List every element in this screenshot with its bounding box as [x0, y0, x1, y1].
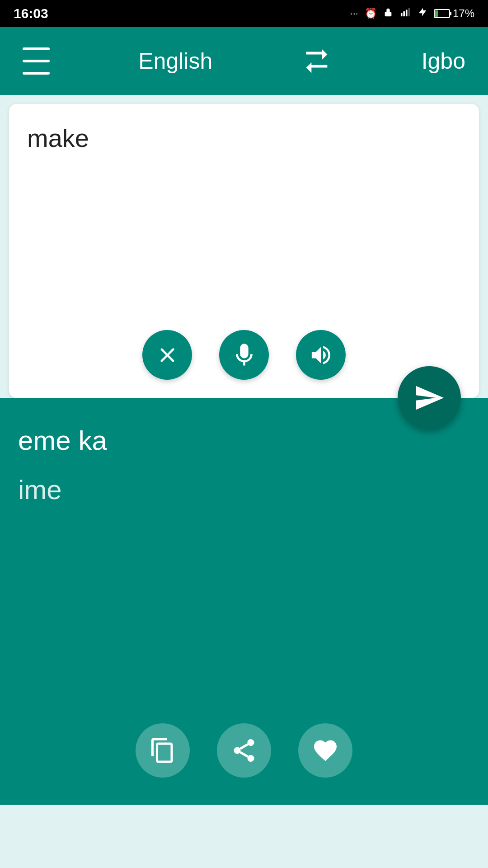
- battery-icon: 17%: [434, 7, 474, 20]
- input-text[interactable]: make: [27, 122, 461, 155]
- svg-point-8: [248, 739, 254, 746]
- svg-rect-6: [435, 10, 438, 17]
- microphone-icon: [232, 343, 257, 368]
- menu-button[interactable]: [23, 47, 50, 75]
- menu-line-3: [23, 72, 50, 75]
- target-language[interactable]: Igbo: [422, 48, 465, 74]
- clear-button[interactable]: [142, 330, 192, 380]
- toolbar: English Igbo: [0, 27, 488, 95]
- translate-button[interactable]: [398, 366, 461, 429]
- svg-rect-0: [385, 12, 392, 16]
- svg-point-10: [248, 755, 254, 762]
- lock-icon: [383, 7, 393, 20]
- swap-languages-button[interactable]: [301, 45, 333, 77]
- speak-button[interactable]: [296, 330, 346, 380]
- swap-icon: [301, 45, 333, 77]
- microphone-button[interactable]: [219, 330, 269, 380]
- share-icon: [230, 737, 258, 764]
- status-bar: 16:03 ··· ⏰ 17%: [0, 0, 488, 27]
- svg-rect-1: [401, 13, 403, 16]
- input-panel: make: [9, 104, 479, 398]
- main-content: make em: [0, 104, 488, 805]
- menu-line-2: [23, 60, 50, 62]
- signal-icon: [399, 7, 411, 20]
- copy-icon: [149, 737, 176, 764]
- input-actions: [9, 330, 479, 380]
- status-icons: ··· ⏰ 17%: [350, 7, 474, 20]
- heart-icon: [312, 737, 339, 764]
- svg-rect-4: [408, 8, 410, 16]
- svg-line-11: [240, 752, 248, 757]
- dots-icon: ···: [350, 8, 358, 19]
- svg-line-12: [240, 744, 248, 749]
- battery-charging-icon: [418, 7, 427, 20]
- primary-translation: eme ka: [18, 425, 470, 456]
- output-actions: [0, 723, 488, 778]
- svg-rect-2: [403, 11, 405, 16]
- svg-rect-7: [450, 12, 451, 15]
- status-time: 16:03: [14, 6, 48, 21]
- menu-line-1: [23, 47, 50, 50]
- svg-rect-3: [406, 10, 408, 17]
- output-panel: eme ka ime: [0, 398, 488, 805]
- speaker-icon: [309, 343, 333, 368]
- favorite-button[interactable]: [298, 723, 352, 778]
- share-button[interactable]: [217, 723, 271, 778]
- send-icon: [413, 382, 445, 414]
- clear-icon: [155, 343, 180, 368]
- source-language[interactable]: English: [138, 48, 212, 74]
- alarm-icon: ⏰: [365, 8, 377, 19]
- secondary-translation: ime: [18, 474, 470, 505]
- copy-button[interactable]: [136, 723, 190, 778]
- battery-percent: 17%: [453, 7, 474, 20]
- svg-point-9: [234, 747, 241, 754]
